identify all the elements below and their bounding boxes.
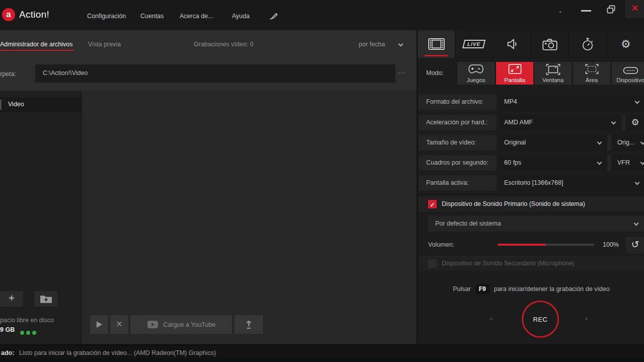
video-size-label: Tamaño de vídeo: xyxy=(426,139,476,146)
volume-slider[interactable] xyxy=(498,244,594,246)
setting-row-hw-accel: Aceleración por hard.: AMD AMF ⚙ xyxy=(419,115,644,130)
primary-audio-checkbox[interactable]: ✓ xyxy=(428,200,437,208)
secondary-audio-row: Dispositivo de Sonido Secundario (Microp… xyxy=(419,256,644,271)
setting-row-framerate: Cuadros por segundo: 60 fps VFR xyxy=(419,155,644,171)
window-capture-icon xyxy=(534,62,572,75)
hw-accel-label: Aceleración por hard.: xyxy=(426,119,488,126)
reset-icon: ↺ xyxy=(631,237,639,252)
file-manager-content: Video + pacio libre en disco 9 GB ✕ xyxy=(0,91,417,344)
youtube-icon xyxy=(147,320,158,329)
live-icon: LIVE xyxy=(462,40,486,48)
mode-label: Modo: xyxy=(426,62,444,85)
disk-status-dots xyxy=(20,328,38,337)
folder-path-value: C:\Action!\Video xyxy=(43,69,88,77)
tab-administrador-archivos[interactable]: Administrador de archivos xyxy=(0,41,73,48)
tab-benchmark[interactable] xyxy=(569,30,607,58)
capture-settings-panel: LIVE xyxy=(417,30,644,344)
volume-row: Volumen: 100% ↺ xyxy=(419,237,644,253)
minimize-button[interactable] xyxy=(581,10,591,12)
volume-fill xyxy=(498,244,546,246)
chevron-down-icon[interactable] xyxy=(398,42,404,47)
setting-row-format: Formato del archivo: MP4 xyxy=(419,94,644,110)
tab-screenshots[interactable] xyxy=(531,30,569,58)
tab-video-capture[interactable] xyxy=(418,30,455,58)
mode-ventana-button[interactable]: Ventana xyxy=(534,62,572,85)
delete-x-icon: ✕ xyxy=(116,320,122,328)
pen-tool-icon[interactable] xyxy=(268,10,279,21)
audio-device-select[interactable]: Por defecto del sistema xyxy=(428,215,644,232)
app-title: Action! xyxy=(19,9,49,20)
screen-expand-icon xyxy=(496,62,533,75)
upload-youtube-button[interactable]: Cargue a YouTube xyxy=(130,315,232,334)
mode-dispositivo-button[interactable]: Dispositivo xyxy=(612,62,644,85)
rec-side-dot xyxy=(585,318,588,320)
categories-sidebar: Video + pacio libre en disco 9 GB xyxy=(0,91,82,344)
folder-row: rpeta: C:\Action!\Video ... xyxy=(0,58,417,91)
window-bottom-edge xyxy=(0,358,644,362)
browse-folder-button[interactable]: ... xyxy=(398,67,406,75)
recordings-count: Grabaciones vídeo: 0 xyxy=(194,41,254,48)
export-upload-button[interactable] xyxy=(234,315,263,334)
format-select[interactable]: MP4 xyxy=(497,94,644,110)
tab-vista-previa[interactable]: Vista previa xyxy=(88,41,121,48)
hw-accel-select[interactable]: AMD AMF xyxy=(497,115,621,130)
check-icon: ✓ xyxy=(430,201,435,208)
tab-audio-recording[interactable] xyxy=(494,30,531,58)
tab-live-streaming[interactable]: LIVE xyxy=(455,30,493,58)
framerate-mode-select[interactable]: VFR xyxy=(611,155,644,171)
area-select-icon xyxy=(573,62,610,75)
speaker-icon xyxy=(506,38,518,50)
open-folder-button[interactable] xyxy=(34,291,57,307)
video-size-secondary-select[interactable]: Orig... xyxy=(611,135,644,151)
tab-settings[interactable]: ⚙ xyxy=(607,30,644,58)
mode-juegos-button[interactable]: Juegos xyxy=(457,62,495,85)
hotkey-suffix: para iniciar/detener la grabación de víd… xyxy=(494,285,610,293)
hotkey-key-f9: F9 xyxy=(475,284,490,294)
disk-free-label: pacio libre en disco xyxy=(0,317,54,324)
play-button[interactable] xyxy=(90,315,108,334)
hw-accel-settings-button[interactable]: ⚙ xyxy=(625,115,644,130)
menu-ayuda[interactable]: Ayuda xyxy=(232,13,250,20)
menu-acerca-de[interactable]: Acerca de... xyxy=(180,13,213,20)
gear-icon: ⚙ xyxy=(631,117,639,127)
capture-tabs: LIVE xyxy=(418,30,644,58)
primary-audio-row: ✓ Dispositivo de Sonido Primario (Sonido… xyxy=(419,196,644,212)
close-button[interactable]: ✕ xyxy=(625,0,644,18)
status-text: Listo para iniciar la grabación de vídeo… xyxy=(19,349,216,356)
chevron-down-icon xyxy=(611,120,616,125)
chevron-down-icon xyxy=(597,140,602,145)
hotkey-prefix: Pulsar xyxy=(453,285,470,293)
framerate-select[interactable]: 60 fps xyxy=(497,155,607,171)
mode-pantalla-button[interactable]: Pantalla xyxy=(496,62,533,85)
secondary-audio-label: Dispositivo de Sonido Secundario (Microp… xyxy=(442,260,575,267)
sort-by-dropdown[interactable]: por fecha xyxy=(359,41,385,48)
active-screen-select[interactable]: Escritorio [1366x768] xyxy=(497,175,644,191)
gamepad-icon xyxy=(457,62,495,75)
video-size-select[interactable]: Original xyxy=(497,135,607,151)
mode-area-button[interactable]: Área xyxy=(573,62,610,85)
camera-icon xyxy=(542,38,557,50)
restore-button[interactable] xyxy=(606,5,616,14)
play-icon xyxy=(96,321,103,328)
menu-configuracion[interactable]: Configuración xyxy=(87,13,126,20)
secondary-audio-checkbox[interactable] xyxy=(428,259,437,268)
recordings-list-area[interactable]: ✕ Cargue a YouTube xyxy=(82,91,417,344)
add-folder-button[interactable]: + xyxy=(0,291,23,307)
upload-arrow-icon xyxy=(245,319,253,329)
delete-button[interactable]: ✕ xyxy=(110,315,128,334)
framerate-label: Cuadros por segundo: xyxy=(426,159,489,166)
volume-label: Volumen: xyxy=(428,241,454,248)
chevron-down-icon xyxy=(634,221,639,226)
rec-button[interactable]: REC xyxy=(522,301,559,338)
divider xyxy=(418,194,644,194)
sidebar-item-video[interactable]: Video xyxy=(0,97,82,112)
chevron-down-icon xyxy=(597,160,602,165)
setting-row-active-screen: Pantalla activa: Escritorio [1366x768] xyxy=(419,175,644,191)
chevron-down-icon xyxy=(635,99,640,104)
menu-cuentas[interactable]: Cuentas xyxy=(140,13,164,20)
volume-reset-button[interactable]: ↺ xyxy=(625,237,644,253)
active-tab-underline xyxy=(0,50,74,51)
setting-row-video-size: Tamaño de vídeo: Original Orig... xyxy=(419,135,644,151)
folder-path-input[interactable]: C:\Action!\Video xyxy=(35,64,395,83)
action-logo-icon: a xyxy=(2,8,15,21)
